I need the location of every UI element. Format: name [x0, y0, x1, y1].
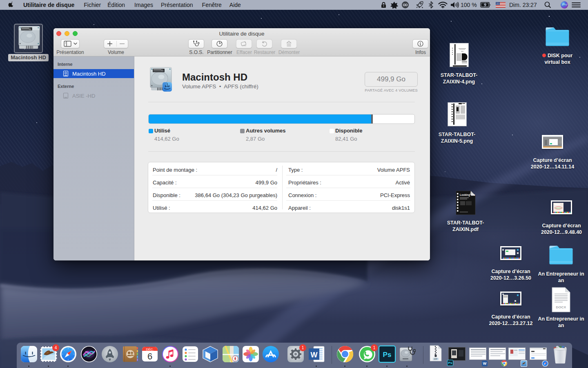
svg-text:DÉC.: DÉC. — [146, 348, 154, 351]
svg-text:Looking Wo: Looking Wo — [460, 193, 475, 197]
svg-text:6: 6 — [147, 351, 152, 361]
svg-text:Ps: Ps — [383, 351, 392, 359]
svg-text:W: W — [311, 351, 318, 359]
svg-text:DOCX: DOCX — [556, 305, 566, 309]
svg-text:ZIP: ZIP — [434, 358, 438, 360]
